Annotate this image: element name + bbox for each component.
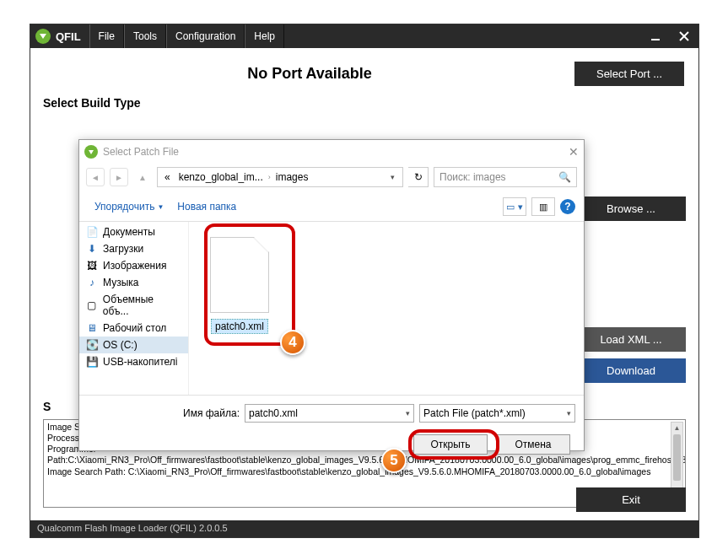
exit-button[interactable]: Exit [576, 487, 686, 512]
cube-icon: ▢ [86, 299, 98, 311]
browse-button[interactable]: Browse ... [576, 197, 686, 221]
nav-back-button[interactable]: ◄ [86, 168, 105, 186]
nav-up-button[interactable]: ▲ [133, 168, 152, 186]
music-icon: ♪ [86, 277, 98, 288]
minimize-button[interactable] [641, 24, 670, 48]
crumb-root[interactable]: « [161, 171, 174, 183]
download-button[interactable]: Download [576, 358, 686, 383]
refresh-button[interactable]: ↻ [408, 167, 429, 187]
scroll-up-icon[interactable]: ▲ [671, 423, 682, 433]
chevron-down-icon[interactable]: ▾ [386, 173, 399, 181]
search-input[interactable]: Поиск: images 🔍 [434, 167, 577, 187]
filename-label: Имя файла: [88, 407, 240, 419]
scroll-thumb[interactable] [673, 434, 681, 481]
chevron-right-icon: › [268, 173, 271, 181]
section-letter: S [43, 400, 51, 413]
close-button[interactable] [670, 24, 698, 48]
app-logo-icon [35, 29, 51, 44]
dialog-logo-icon [84, 145, 98, 159]
view-mode-button[interactable]: ▭ ▾ [503, 197, 526, 216]
cancel-button[interactable]: Отмена [496, 434, 570, 455]
dialog-title: Select Patch File [103, 146, 179, 158]
chevron-down-icon[interactable]: ▾ [567, 409, 571, 417]
sidebar-music[interactable]: ♪Музыка [79, 274, 188, 291]
menubar: File Tools Configuration Help [89, 24, 284, 48]
dialog-close-button[interactable]: ✕ [569, 145, 579, 159]
sidebar-usb[interactable]: 💾USB-накопителі [79, 353, 188, 370]
menu-tools[interactable]: Tools [124, 24, 166, 48]
breadcrumb[interactable]: « kenzo_global_im... › images ▾ [157, 167, 403, 187]
crumb-folder-1[interactable]: kenzo_global_im... [175, 171, 267, 183]
file-list[interactable]: patch0.xml 4 [189, 222, 584, 395]
sidebar-3d-objects[interactable]: ▢Объемные объ... [79, 291, 188, 320]
file-type-select[interactable]: Patch File (patch*.xml)▾ [419, 404, 575, 423]
filename-input[interactable]: patch0.xml▾ [245, 404, 414, 423]
annotation-marker-5: 5 [381, 448, 407, 473]
titlebar: QFIL File Tools Configuration Help [30, 24, 698, 48]
search-placeholder: Поиск: images [439, 171, 506, 183]
build-type-label: Select Build Type [43, 96, 686, 110]
picture-icon: 🖼 [86, 260, 98, 272]
crumb-folder-2[interactable]: images [272, 171, 312, 183]
search-icon: 🔍 [558, 171, 571, 183]
desktop-icon: 🖥 [86, 322, 98, 334]
preview-pane-button[interactable]: ▥ [531, 197, 555, 216]
chevron-down-icon: ▼ [157, 203, 164, 211]
drive-icon: 💽 [86, 339, 98, 351]
document-icon: 📄 [86, 226, 98, 238]
menu-configuration[interactable]: Configuration [166, 24, 245, 48]
organize-button[interactable]: Упорядочить▼ [88, 198, 170, 215]
dialog-titlebar: Select Patch File ✕ [79, 140, 584, 164]
dialog-toolbar: Упорядочить▼ Новая папка ▭ ▾ ▥ ? [79, 194, 584, 222]
app-name: QFIL [56, 30, 89, 43]
sidebar-desktop[interactable]: 🖥Рабочий стол [79, 320, 188, 337]
sidebar-documents[interactable]: 📄Документы [79, 223, 188, 240]
new-folder-button[interactable]: Новая папка [170, 198, 243, 215]
sidebar-os-c[interactable]: 💽OS (C:) [79, 337, 188, 353]
load-xml-button[interactable]: Load XML ... [576, 327, 686, 352]
select-port-button[interactable]: Select Port ... [574, 62, 684, 86]
menu-help[interactable]: Help [245, 24, 284, 48]
usb-icon: 💾 [86, 356, 98, 368]
file-dialog: Select Patch File ✕ ◄ ► ▲ « kenzo_global… [78, 139, 585, 451]
sidebar-pictures[interactable]: 🖼Изображения [79, 257, 188, 274]
statusbar: Qualcomm Flash Image Loader (QFIL) 2.0.0… [30, 520, 698, 537]
help-icon[interactable]: ? [560, 199, 575, 214]
log-line: Image Search Path: C:\Xiaomi_RN3_Pro\Off… [47, 466, 682, 477]
nav-forward-button[interactable]: ► [110, 168, 128, 186]
address-bar: ◄ ► ▲ « kenzo_global_im... › images ▾ ↻ … [79, 164, 584, 194]
dialog-body: 📄Документы ⬇Загрузки 🖼Изображения ♪Музык… [79, 222, 584, 395]
open-button[interactable]: Открыть [413, 434, 488, 455]
chevron-down-icon[interactable]: ▾ [406, 409, 410, 417]
folder-tree: 📄Документы ⬇Загрузки 🖼Изображения ♪Музык… [79, 222, 189, 395]
file-icon [210, 237, 269, 313]
menu-file[interactable]: File [89, 24, 124, 48]
annotation-marker-4: 4 [280, 330, 305, 355]
download-icon: ⬇ [86, 243, 98, 255]
sidebar-downloads[interactable]: ⬇Загрузки [79, 240, 188, 257]
dialog-footer: Имя файла: patch0.xml▾ Patch File (patch… [79, 395, 584, 461]
port-status: No Port Available [45, 65, 574, 83]
